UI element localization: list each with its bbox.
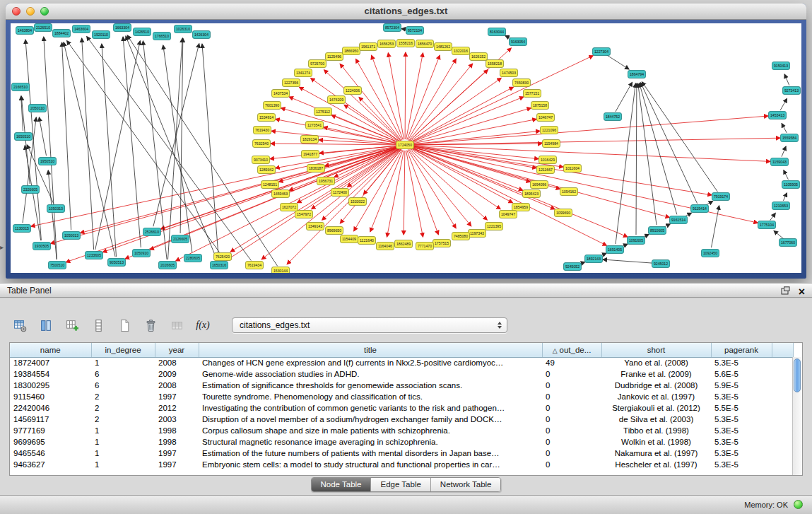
graph-node[interactable]: 1534914 [258, 114, 276, 122]
graph-node[interactable]: 1854959 [512, 204, 530, 211]
graph-node[interactable]: 1691405 [606, 246, 624, 254]
graph-node[interactable]: 1210653 [772, 202, 790, 210]
float-panel-icon[interactable] [781, 285, 790, 298]
graph-node[interactable]: 1154409 [341, 235, 358, 243]
graph-node[interactable]: 8910605 [649, 227, 666, 235]
graph-node[interactable]: 1105905 [782, 181, 800, 189]
graph-node[interactable]: 1895423 [523, 190, 541, 198]
network-canvas[interactable]: 1154984101642912116671694096189542318549… [11, 23, 801, 273]
graph-node[interactable]: 9245052 [564, 263, 582, 271]
graph-node[interactable]: 1950510 [39, 158, 57, 165]
table-mode-icon[interactable] [11, 317, 28, 334]
graph-hub-node[interactable]: 1724050 [396, 141, 414, 149]
graph-node[interactable]: 1856470 [416, 40, 434, 48]
graph-node[interactable]: 1956731 [317, 177, 335, 185]
graph-node[interactable]: 1920110 [93, 31, 110, 39]
graph-node[interactable]: 1050013 [63, 232, 81, 240]
graph-node[interactable]: 8969650 [326, 227, 343, 235]
graph-node[interactable]: 7485080 [452, 233, 470, 240]
graph-node[interactable]: 1026310 [175, 25, 192, 33]
graph-node[interactable]: 1453413 [769, 112, 787, 119]
graph-node[interactable]: 7625420 [214, 253, 232, 261]
graph-node[interactable]: 1121640 [358, 237, 376, 245]
graph-node[interactable]: 1866950 [343, 47, 360, 55]
new-column-icon[interactable] [64, 317, 81, 334]
graph-node[interactable]: 1099690 [555, 209, 572, 217]
graph-node[interactable]: 7450830 [513, 79, 531, 87]
graph-node[interactable]: 9273413 [783, 87, 801, 95]
graph-node[interactable]: 1650316 [211, 262, 228, 269]
graph-node[interactable]: 1875158 [531, 102, 549, 110]
graph-node[interactable]: 1341274 [295, 69, 312, 77]
memory-indicator[interactable] [794, 500, 803, 509]
graph-node[interactable]: 8163044 [488, 28, 506, 36]
graph-node[interactable]: 1481262 [435, 43, 452, 51]
graph-node[interactable]: 1197343 [469, 230, 486, 238]
graph-node[interactable]: 1248151 [261, 181, 279, 189]
graph-node[interactable]: 9245012 [652, 260, 670, 268]
graph-node[interactable]: 1426510 [134, 28, 151, 36]
table-row[interactable]: 946362711997Embryonic stem cells: a mode… [10, 459, 793, 470]
graph-node[interactable]: 2050110 [29, 105, 47, 112]
table-row[interactable]: 911546021997Tourette syndrome. Phenomeno… [10, 391, 793, 402]
graph-node[interactable]: 9373410 [252, 156, 270, 164]
table-row[interactable]: 1830029562008Estimation of significance … [10, 380, 793, 391]
graph-node[interactable]: 2126605 [172, 235, 189, 243]
graph-node[interactable]: 1474503 [500, 69, 518, 77]
column-header-year[interactable]: year [155, 343, 199, 357]
graph-node[interactable]: 1221096 [541, 127, 558, 134]
graph-node[interactable]: 2526610 [143, 228, 161, 236]
new-table-icon[interactable] [116, 317, 133, 334]
graph-node[interactable]: 1474209 [328, 96, 346, 104]
table-row[interactable]: 1872400712008Changes of HCN gene express… [10, 357, 793, 368]
column-header-in-degree[interactable]: in_degree [91, 343, 155, 357]
graph-node[interactable]: 1125496 [326, 53, 343, 61]
graph-node[interactable]: 7919174 [712, 193, 730, 201]
graph-node[interactable]: 1227356 [283, 79, 300, 87]
graph-node[interactable]: 1224006 [344, 87, 362, 95]
column-header-title[interactable]: title [199, 343, 542, 357]
graph-node[interactable]: 9725700 [309, 60, 326, 68]
graph-node[interactable]: 1289342 [258, 166, 276, 174]
network-canvas-svg[interactable]: 1154984101642912116671694096189542318549… [11, 23, 801, 273]
show-columns-icon[interactable] [37, 317, 54, 334]
graph-node[interactable]: 1836187 [307, 165, 325, 173]
graph-node[interactable]: 2126510 [35, 24, 52, 32]
graph-node[interactable]: 9050513 [108, 259, 126, 267]
graph-node[interactable]: 7601390 [264, 102, 281, 110]
graph-node[interactable]: 8572304 [384, 24, 401, 32]
graph-node[interactable]: 1558216 [397, 40, 415, 47]
graph-node[interactable]: 7500510 [49, 262, 66, 269]
scrollbar-thumb[interactable] [794, 358, 801, 392]
graph-node[interactable]: 1164046 [377, 243, 394, 250]
graph-node[interactable]: 1092450 [702, 250, 719, 257]
graph-node[interactable]: 1627072 [281, 204, 298, 211]
graph-node[interactable]: 1054162 [560, 188, 578, 196]
graph-node[interactable]: 1233605 [86, 252, 103, 259]
table-row[interactable]: 977716911998Corpus callosum shape and si… [10, 425, 793, 436]
table-row[interactable]: 946554611997Estimation of the future num… [10, 448, 793, 459]
graph-node[interactable]: 1862489 [395, 240, 413, 248]
column-header-name[interactable]: name [10, 343, 91, 357]
graph-node[interactable]: 1459463 [272, 190, 290, 198]
graph-node[interactable]: 1626152 [470, 53, 488, 61]
graph-node[interactable]: 1766510 [153, 33, 171, 40]
graph-node[interactable]: 1050310 [47, 205, 65, 213]
graph-node[interactable]: 1426304 [193, 31, 211, 39]
graph-node[interactable]: 1829134 [301, 136, 319, 144]
graph-node[interactable]: 1011604 [564, 165, 582, 173]
tab-node-table[interactable]: Node Table [312, 478, 372, 491]
graph-node[interactable]: 1656253 [378, 40, 396, 48]
graph-node[interactable]: 7619434 [246, 262, 264, 269]
graph-node[interactable]: 1650510 [15, 133, 33, 141]
delete-table-icon[interactable] [142, 317, 159, 334]
graph-node[interactable]: 1941877 [302, 151, 319, 158]
graph-node[interactable]: 9119414 [691, 205, 709, 213]
graph-node[interactable]: 2280605 [184, 255, 202, 262]
graph-node[interactable]: 1663304 [114, 24, 131, 32]
graph-node[interactable]: 9161514 [670, 216, 688, 224]
graph-node[interactable]: 1322016 [452, 47, 470, 55]
graph-node[interactable]: 1130015 [13, 225, 31, 233]
minimize-window-button[interactable] [26, 7, 35, 16]
row-selection-icon[interactable] [90, 317, 107, 334]
